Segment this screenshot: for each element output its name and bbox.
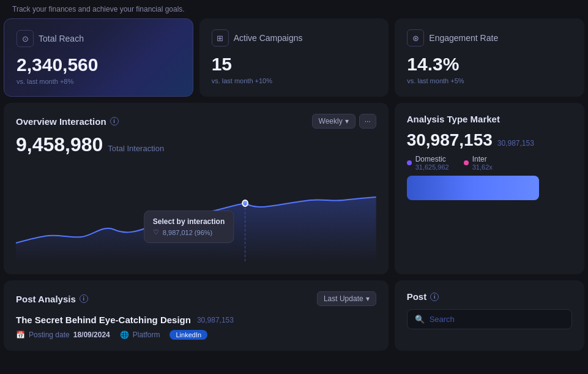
market-card: Analysis Type Market 30,987,153 30,987,1… (395, 103, 584, 274)
posting-date-item: 📅 Posting date 18/09/2024 (16, 331, 110, 339)
chart-tooltip: Select by interaction ♡ 8,987,012 (96%) (144, 211, 234, 243)
search-box[interactable]: 🔍 (407, 309, 572, 329)
post-analysis-header: Post Analysis i Last Update ▾ (16, 291, 376, 306)
domestic-dot (407, 160, 412, 165)
post-analysis-info-icon: i (80, 294, 88, 303)
total-reach-card: ⊙ Total Reach 2,340,560 vs. last month +… (4, 18, 193, 97)
interaction-chart: Select by interaction ♡ 8,987,012 (96%) (16, 163, 376, 261)
engagement-rate-icon: ⊛ (407, 29, 424, 47)
inter-dot (464, 160, 469, 165)
market-legend: Domestic 31,625,962 Inter 31,62x (407, 155, 572, 171)
total-reach-icon: ⊙ (17, 30, 34, 47)
engagement-rate-card: ⊛ Engagement Rate 14.3% vs. last month +… (395, 18, 584, 97)
active-campaigns-card: ⊞ Active Campaigns 15 vs. last month +10… (199, 18, 389, 97)
engagement-rate-value: 14.3% (407, 54, 572, 75)
total-reach-sub: vs. last month +8% (17, 78, 180, 85)
active-campaigns-label: Active Campaigns (234, 33, 303, 43)
weekly-filter-button[interactable]: Weekly ▾ (312, 114, 355, 129)
engagement-rate-header: ⊛ Engagement Rate (407, 29, 572, 47)
market-title: Analysis Type Market (407, 114, 572, 124)
metrics-row: ⊙ Total Reach 2,340,560 vs. last month +… (0, 16, 588, 99)
calendar-icon: 📅 (16, 331, 25, 339)
legend-inter: Inter 31,62x (464, 155, 493, 171)
search-input[interactable] (430, 315, 564, 324)
search-icon: 🔍 (415, 315, 425, 324)
market-value: 30,987,153 30,987,153 (407, 130, 572, 150)
more-options-button[interactable]: ··· (359, 114, 376, 129)
active-campaigns-sub: vs. last month +10% (212, 77, 377, 84)
engagement-rate-sub: vs. last month +5% (407, 77, 572, 84)
middle-row: Overview Interaction i Weekly ▾ ··· 9,45… (0, 100, 588, 277)
post-title: The Secret Behind Eye-Catching Design 30… (16, 315, 376, 325)
legend-domestic: Domestic 31,625,962 (407, 155, 449, 171)
post-panel-info-icon: i (430, 293, 439, 301)
interaction-controls: Weekly ▾ ··· (312, 114, 376, 129)
chevron-down-icon: ▾ (366, 294, 370, 303)
subtitle: Track your finances and achieve your fin… (0, 0, 588, 16)
post-meta: 📅 Posting date 18/09/2024 🌐 Platform Lin… (16, 330, 376, 340)
active-campaigns-value: 15 (212, 54, 377, 75)
last-update-button[interactable]: Last Update ▾ (317, 291, 376, 306)
active-campaigns-header: ⊞ Active Campaigns (212, 29, 377, 47)
platform-badge[interactable]: LinkedIn (169, 330, 207, 340)
total-reach-value: 2,340,560 (17, 54, 180, 75)
total-reach-label: Total Reach (39, 34, 84, 43)
interaction-title: Overview Interaction i (16, 116, 119, 127)
interaction-info-icon: i (110, 117, 119, 125)
chevron-down-icon: ▾ (345, 117, 349, 125)
post-analysis-title: Post Analysis i (16, 294, 88, 304)
market-bar (407, 176, 539, 200)
interaction-big-value: 9,458,980 Total Interaction (16, 133, 376, 156)
active-campaigns-icon: ⊞ (212, 29, 229, 47)
interaction-card: Overview Interaction i Weekly ▾ ··· 9,45… (4, 103, 389, 274)
post-analysis-card: Post Analysis i Last Update ▾ The Secret… (4, 280, 389, 351)
tooltip-value: ♡ 8,987,012 (96%) (153, 228, 225, 236)
interaction-header: Overview Interaction i Weekly ▾ ··· (16, 114, 376, 129)
engagement-rate-label: Engagement Rate (429, 33, 498, 43)
bottom-section: Post Analysis i Last Update ▾ The Secret… (0, 278, 588, 353)
heart-icon: ♡ (153, 228, 159, 236)
globe-icon: 🌐 (120, 331, 129, 339)
post-panel-title: Post i (407, 291, 572, 302)
post-panel-card: Post i 🔍 (395, 280, 584, 351)
platform-item: 🌐 Platform (120, 331, 160, 339)
total-reach-header: ⊙ Total Reach (17, 30, 180, 47)
